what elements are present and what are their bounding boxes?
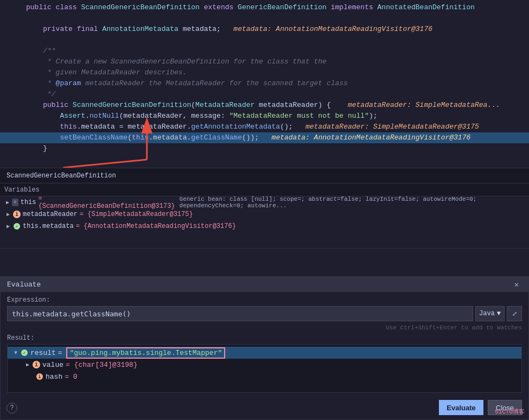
expression-input[interactable] [7,306,473,321]
ide-window: public class ScannedGenericBeanDefinitio… [0,0,529,420]
code-line-1: public class ScannedGenericBeanDefinitio… [0,2,529,13]
var-extra-this: Generic bean: class [null]; scope=; abst… [180,196,525,209]
svg-text:✓: ✓ [16,224,18,229]
result-row-hash: i hash = 0 [8,371,521,383]
result-value-bordered: = "guo.ping.mybatis.single.TestMapper" [58,349,225,357]
variable-row-metadatareader[interactable]: ▶ i metadataReader = {SimpleMetadataRead… [0,208,529,220]
dialog-titlebar: Evaluate ✕ [1,277,528,292]
code-line-12: this.metadata = metadataReader.getAnnota… [0,122,529,132]
expand-toggle-this[interactable]: ▶ [4,199,11,206]
this-metadata-icon: ✓ [13,222,21,230]
svg-text:✓: ✓ [23,351,26,355]
value-name: value [42,361,63,369]
code-editor: public class ScannedGenericBeanDefinitio… [0,0,529,168]
variables-label: Variables [4,186,40,194]
language-selector[interactable]: Java ▼ [475,306,505,321]
var-value-metadatareader: = {SimpleMetadataReader@3175} [80,211,193,218]
code-line-6: * Create a new ScannedGenericBeanDefinit… [0,56,529,67]
breadcrumb-text: ScannedGenericBeanDefinition [7,172,116,180]
var-value-this: = {ScannedGenericBeanDefinition@3173} [39,195,175,210]
result-check-icon: ✓ [21,349,28,357]
evaluate-button[interactable]: Evaluate [439,400,483,415]
hash-icon: i [36,373,43,380]
hash-value: = 0 [65,373,77,381]
result-row-main[interactable]: ▼ ✓ result = "guo.ping.mybatis.single.Te… [8,347,521,359]
value-icon: i [33,361,40,368]
close-dialog-button[interactable]: ✕ [511,279,522,290]
code-line-13-highlighted: setBeanClassName(this.metadata.getClassN… [0,132,529,143]
expression-row: Java ▼ ⤢ [7,306,522,321]
result-name: result [30,349,56,357]
expression-label: Expression: [7,296,522,304]
code-line-3: private final AnnotationMetadata metadat… [0,24,529,35]
expand-toggle-this-metadata[interactable]: ▶ [4,222,12,230]
language-label: Java [479,310,495,317]
code-line-14: } [0,143,529,154]
code-line-11: Assert.notNull(metadataReader, message: … [0,111,529,122]
language-chevron: ▼ [497,310,501,317]
evaluate-dialog: Evaluate ✕ Expression: Java ▼ ⤢ Use Ctrl… [0,276,529,420]
dialog-body: Expression: Java ▼ ⤢ Use Ctrl+Shift+Ente… [1,292,528,397]
var-value-this-metadata: = {AnnotationMetadataReadingVisitor@3176… [76,222,236,230]
hash-name: hash [46,373,62,381]
code-line-7: * given MetadataReader describes. [0,67,529,78]
ctrl-shift-hint: Use Ctrl+Shift+Enter to add to Watches [7,324,522,331]
code-line-2 [0,13,529,24]
value-value: = {char[34]@3198} [66,361,138,369]
variable-row-this[interactable]: ▶ ≡ this = {ScannedGenericBeanDefinition… [0,196,529,208]
result-row-value[interactable]: ▶ i value = {char[34]@3198} [8,359,521,371]
code-line-4 [0,35,529,46]
watermark: 51CTO博客 [495,408,525,416]
breadcrumb-bar: ScannedGenericBeanDefinition [0,168,529,183]
var-name-this: this [21,199,36,206]
metadatareader-icon: i [13,211,21,218]
result-area: ▼ ✓ result = "guo.ping.mybatis.single.Te… [7,344,522,393]
code-line-9: */ [0,89,529,100]
code-line-10: public ScannedGenericBeanDefinition(Meta… [0,100,529,111]
code-line-8: * @param metadataReader the MetadataRead… [0,78,529,89]
result-expand-toggle[interactable]: ▼ [12,349,20,357]
var-name-this-metadata: this.metadata [23,222,74,230]
dialog-title: Evaluate [7,281,41,289]
variable-row-this-metadata[interactable]: ▶ ✓ this.metadata = {AnnotationMetadataR… [0,220,529,232]
svg-text:i: i [38,374,41,380]
help-button[interactable]: ? [7,403,17,413]
code-line-5: /** [0,46,529,56]
expand-expression-button[interactable]: ⤢ [507,306,522,321]
var-name-metadatareader: metadataReader [23,211,78,218]
expand-toggle-metadatareader[interactable]: ▶ [4,211,12,218]
result-label: Result: [7,334,522,342]
svg-line-2 [63,160,146,168]
this-icon: ≡ [12,199,18,206]
value-expand-toggle[interactable]: ▶ [24,361,31,368]
variables-panel: Variables ▶ ≡ this = {ScannedGenericBean… [0,183,529,249]
